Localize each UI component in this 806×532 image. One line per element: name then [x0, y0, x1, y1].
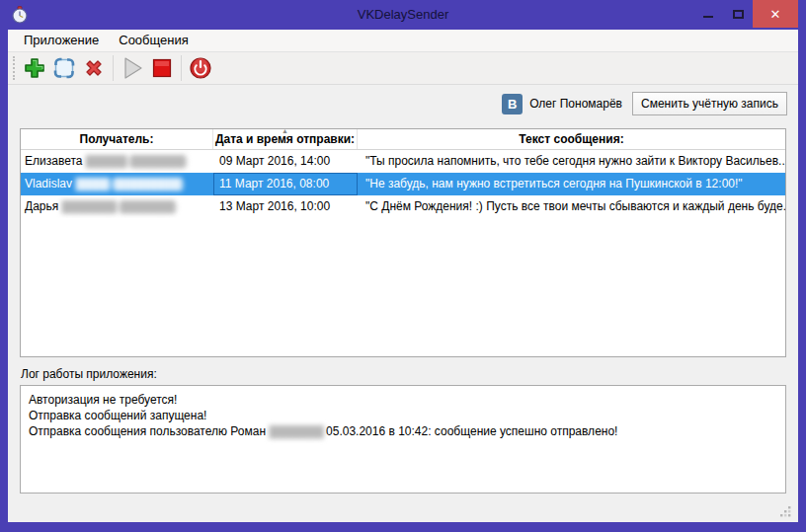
close-icon: ✕ [770, 7, 781, 22]
toolbar-separator [113, 55, 114, 81]
menu-bar: Приложение Сообщения [8, 30, 798, 52]
log-label: Лог работы приложения: [21, 367, 798, 382]
messages-table[interactable]: Получатель: ▲ Дата и время отправки: Тек… [20, 128, 786, 357]
account-row: В Олег Пономарёв Сменить учётную запись [8, 85, 798, 122]
minimize-icon [703, 16, 713, 18]
toolbar-grip[interactable] [13, 56, 18, 80]
switch-account-button[interactable]: Сменить учётную запись [632, 92, 787, 115]
client-area: Приложение Сообщения [8, 30, 798, 522]
datetime-cell: 09 Март 2016, 14:00 [213, 150, 358, 173]
green-plus-icon [23, 56, 46, 80]
toolbar [8, 52, 798, 85]
datetime-cell: 11 Март 2016, 08:00 [213, 173, 358, 195]
message-cell: "Ты просила напомнить, что тебе сегодня … [358, 150, 785, 173]
vk-logo-icon: В [502, 94, 523, 114]
recipient-cell: Дарья ████████ (████████) [21, 195, 213, 218]
recipient-cell: Vladislav █████ (██████████) [21, 173, 213, 195]
column-header-datetime[interactable]: ▲ Дата и время отправки: [213, 129, 358, 149]
close-button[interactable]: ✕ [753, 0, 798, 28]
log-line: Отправка сообщений запущена! [29, 408, 777, 423]
account-user-name: Олег Пономарёв [529, 97, 622, 111]
status-bar [8, 494, 798, 522]
censored-text: █████ (██████████) [75, 178, 183, 190]
window-title: VKDelaySender [0, 0, 806, 30]
red-cross-icon [82, 56, 106, 80]
minimize-button[interactable] [693, 0, 723, 28]
maximize-button[interactable] [723, 0, 753, 28]
column-header-recipient[interactable]: Получатель: [21, 129, 213, 149]
datetime-cell: 13 Март 2016, 10:00 [213, 195, 358, 218]
title-bar[interactable]: VKDelaySender ✕ [0, 0, 806, 30]
menu-soobshcheniya[interactable]: Сообщения [109, 30, 199, 51]
selection-frame-icon [52, 56, 76, 80]
add-message-button[interactable] [20, 54, 49, 82]
censored-text: ████████ (████████) [62, 200, 177, 212]
recipient-cell: Елизавета ██████ (████████) [21, 150, 213, 173]
message-cell: "Не забудь, нам нужно встретиться сегодн… [358, 173, 785, 195]
log-line: Отправка сообщения пользователю Роман ██… [29, 423, 777, 439]
stop-sending-button[interactable] [147, 54, 177, 82]
table-header: Получатель: ▲ Дата и время отправки: Тек… [21, 129, 785, 150]
table-row-selected[interactable]: Vladislav █████ (██████████) 11 Март 201… [21, 173, 785, 195]
log-textarea[interactable]: Авторизация не требуется! Отправка сообщ… [20, 385, 786, 494]
menu-prilozhenie[interactable]: Приложение [14, 30, 109, 51]
maximize-icon [733, 10, 744, 19]
power-icon [189, 56, 212, 80]
app-window: VKDelaySender ✕ Приложение Сообщения [0, 0, 806, 532]
edit-message-button[interactable] [49, 54, 79, 82]
resize-grip[interactable] [779, 505, 792, 518]
stop-icon [150, 56, 174, 80]
censored-text: ██████ (████████) [86, 155, 188, 167]
table-row[interactable]: Дарья ████████ (████████) 13 Март 2016, … [21, 195, 785, 218]
column-header-message[interactable]: Текст сообщения: [358, 129, 785, 149]
log-line: Авторизация не требуется! [29, 392, 777, 408]
delete-message-button[interactable] [79, 54, 109, 82]
play-icon [120, 55, 145, 81]
message-cell: "С Днём Рождения! :) Пусть все твои мечт… [358, 195, 785, 218]
exit-button[interactable] [186, 54, 215, 82]
window-controls: ✕ [693, 0, 798, 28]
sort-ascending-icon: ▲ [282, 129, 288, 135]
censored-text: ████████ [269, 425, 322, 437]
start-sending-button[interactable] [118, 54, 147, 82]
table-row[interactable]: Елизавета ██████ (████████) 09 Март 2016… [21, 150, 785, 173]
toolbar-separator [181, 55, 182, 81]
